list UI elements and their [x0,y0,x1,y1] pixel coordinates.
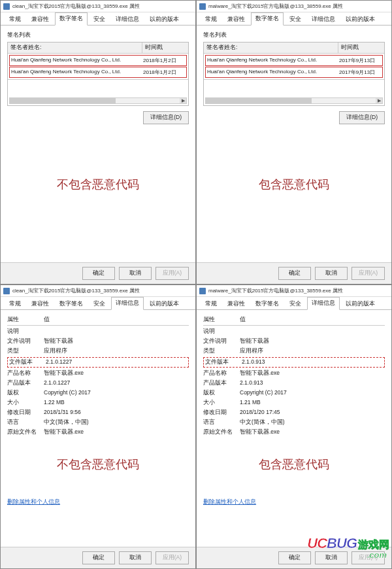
sig-header: 签名者姓名: 时间戳 [204,43,384,54]
tab-prev[interactable]: 以前的版本 [341,13,380,26]
kv-row[interactable]: 文件说明智能下载器 [7,337,189,346]
sig-date: 2017年9月13日 [338,56,382,65]
horizontal-scrollbar[interactable]: ◀ ▶ [205,97,383,104]
kv-row[interactable]: 原始文件名智能下载器.exe [7,428,189,437]
tab-general[interactable]: 常规 [201,13,221,26]
scroll-right-icon[interactable]: ▶ [376,98,382,103]
titlebar[interactable]: malware_淘宝下载2015官方电脑版@133_38559.exe 属性 [197,285,391,297]
tab-digsig[interactable]: 数字签名 [251,298,284,310]
tab-prev[interactable]: 以前的版本 [341,298,380,310]
kv-row[interactable]: 语言中文(简体，中国) [203,418,385,427]
kv-row[interactable]: 大小1.21 MB [203,398,385,407]
ok-button[interactable]: 确定 [82,267,115,280]
kv-row-fileversion[interactable]: 文件版本2.1.0.913 [203,357,385,368]
tab-prev[interactable]: 以前的版本 [145,298,184,310]
horizontal-scrollbar[interactable]: ◀ ▶ [9,97,187,104]
details-button[interactable]: 详细信息(D) [339,111,385,124]
tab-security[interactable]: 安全 [89,13,110,26]
head-prop: 属性 [7,315,44,324]
titlebar[interactable]: clean_淘宝下载2015官方电脑版@133_38559.exe 属性 [1,1,195,12]
sig-empty-area: ◀ ▶ [8,79,188,105]
dialog-buttons: 确定 取消 应用(A) [197,547,391,568]
app-icon [3,3,10,10]
apply-button[interactable]: 应用(A) [351,551,385,564]
kv-row[interactable]: 产品版本2.1.0.913 [203,379,385,388]
tab-prev[interactable]: 以前的版本 [145,13,184,26]
kv-row[interactable]: 类型应用程序 [7,347,189,356]
tab-digsig[interactable]: 数字签名 [251,12,284,26]
kv-section-label: 说明 [7,327,189,336]
sig-signer: Huai'an Qianfeng Network Technology Co.,… [206,67,338,77]
tab-general[interactable]: 常规 [5,298,25,310]
verdict-text: 包含恶意代码 [203,177,385,192]
tab-compat[interactable]: 兼容性 [223,13,250,26]
sig-row[interactable]: Huai'an Qianfeng Network Technology Co.,… [205,67,383,78]
remove-properties-link[interactable]: 删除属性和个人信息 [203,498,256,506]
app-icon [3,288,10,294]
apply-button[interactable]: 应用(A) [155,551,189,564]
sig-row[interactable]: Huai'an Qianfeng Network Technology Co.,… [205,55,383,66]
sig-row[interactable]: Huai'an Qianfeng Network Technology Co.,… [9,67,187,78]
dialog-buttons: 确定 取消 应用(A) [1,262,195,284]
tab-compat[interactable]: 兼容性 [223,298,250,310]
tab-details[interactable]: 详细信息 [111,297,144,310]
sig-row[interactable]: Huai'an Qianfeng Network Technology Co.,… [9,55,187,66]
window-clean-digsig: clean_淘宝下载2015官方电脑版@133_38559.exe 属性 常规 … [0,0,196,284]
titlebar[interactable]: clean_淘宝下载2015官方电脑版@133_38559.exe 属性 [1,285,195,297]
app-icon [199,3,206,10]
sig-list-label: 签名列表 [203,31,385,39]
tab-details[interactable]: 详细信息 [307,297,340,310]
cancel-button[interactable]: 取消 [315,267,348,280]
tab-details[interactable]: 详细信息 [307,13,340,26]
kv-row[interactable]: 文件说明智能下载器 [203,337,385,346]
tab-digsig[interactable]: 数字签名 [55,12,88,26]
sig-date: 2018年1月2日 [142,56,186,65]
scroll-thumb[interactable] [206,98,312,103]
sig-signer: Huai'an Qianfeng Network Technology Co.,… [206,56,338,65]
kv-row-fileversion[interactable]: 文件版本2.1.0.1227 [7,357,189,368]
window-malware-details: malware_淘宝下载2015官方电脑版@133_38559.exe 属性 常… [196,284,392,569]
tab-security[interactable]: 安全 [89,298,110,310]
kv-row[interactable]: 语言中文(简体，中国) [7,418,189,427]
scroll-right-icon[interactable]: ▶ [180,98,186,103]
kv-row[interactable]: 版权Copyright (C) 2017 [203,388,385,398]
ok-button[interactable]: 确定 [82,551,115,564]
details-button[interactable]: 详细信息(D) [143,111,189,124]
sig-col-name: 签名者姓名: [204,43,338,53]
cancel-button[interactable]: 取消 [315,551,348,564]
ok-button[interactable]: 确定 [278,551,311,564]
cancel-button[interactable]: 取消 [119,551,152,564]
sig-date: 2018年1月2日 [142,67,186,77]
kv-row[interactable]: 原始文件名智能下载器.exe [203,428,385,437]
remove-properties-link[interactable]: 删除属性和个人信息 [7,498,60,506]
cancel-button[interactable]: 取消 [119,267,152,280]
kv-row[interactable]: 类型应用程序 [203,347,385,356]
tab-compat[interactable]: 兼容性 [27,298,54,310]
window-malware-digsig: malware_淘宝下载2015官方电脑版@133_38559.exe 属性 常… [196,0,392,284]
kv-row[interactable]: 修改日期2018/1/31 9:56 [7,408,189,417]
kv-row[interactable]: 版权Copyright (C) 2017 [7,388,189,398]
tab-security[interactable]: 安全 [285,298,306,310]
tab-compat[interactable]: 兼容性 [27,13,54,26]
sig-col-time: 时间戳 [142,43,188,53]
apply-button[interactable]: 应用(A) [155,267,189,280]
tab-general[interactable]: 常规 [5,13,25,26]
tab-digsig[interactable]: 数字签名 [55,298,88,310]
kv-row[interactable]: 产品版本2.1.0.1227 [7,379,189,388]
titlebar[interactable]: malware_淘宝下载2015官方电脑版@133_38559.exe 属性 [197,1,391,12]
sig-body: Huai'an Qianfeng Network Technology Co.,… [204,54,384,79]
ok-button[interactable]: 确定 [278,267,311,280]
tab-details[interactable]: 详细信息 [111,13,144,26]
kv-row[interactable]: 产品名称智能下载器.exe [7,369,189,378]
app-icon [199,288,206,294]
scroll-thumb[interactable] [10,98,116,103]
tab-general[interactable]: 常规 [201,298,221,310]
apply-button[interactable]: 应用(A) [351,267,385,280]
tab-security[interactable]: 安全 [285,13,306,26]
kv-row[interactable]: 产品名称智能下载器.exe [203,369,385,378]
kv-row[interactable]: 修改日期2018/1/20 17:45 [203,408,385,417]
signature-table: 签名者姓名: 时间戳 Huai'an Qianfeng Network Tech… [203,42,385,106]
kv-row[interactable]: 大小1.22 MB [7,398,189,407]
kv-body: 说明 文件说明智能下载器 类型应用程序 文件版本2.1.0.913 产品名称智能… [203,327,385,437]
verdict-text: 不包含恶意代码 [7,177,189,192]
